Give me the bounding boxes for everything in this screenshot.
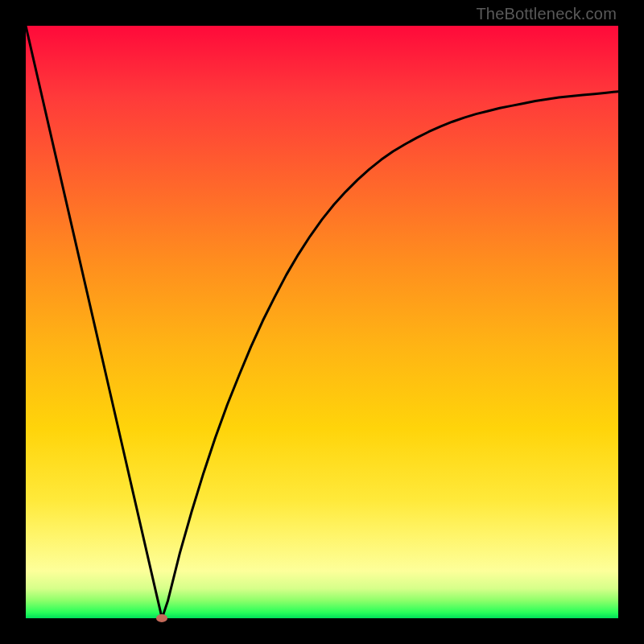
optimal-point-marker bbox=[156, 614, 167, 622]
chart-frame: TheBottleneck.com bbox=[0, 0, 644, 644]
plot-area bbox=[26, 26, 618, 618]
attribution-label: TheBottleneck.com bbox=[476, 5, 617, 23]
bottleneck-curve bbox=[26, 26, 618, 618]
